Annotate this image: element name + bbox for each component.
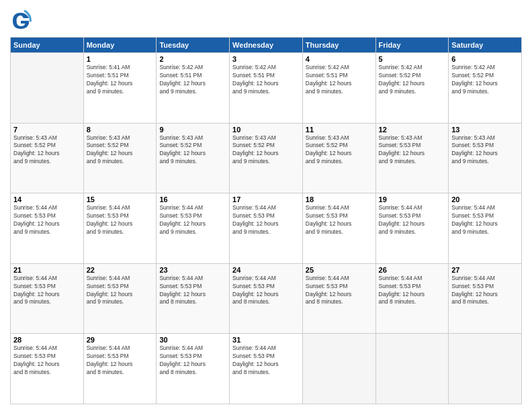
day-number: 23	[159, 266, 226, 274]
day-number: 10	[232, 126, 300, 134]
day-cell: 16Sunrise: 5:44 AM Sunset: 5:53 PM Dayli…	[157, 193, 230, 264]
day-number: 12	[379, 126, 446, 134]
day-number: 21	[13, 266, 81, 274]
day-info: Sunrise: 5:43 AM Sunset: 5:52 PM Dayligh…	[159, 134, 226, 167]
day-number: 6	[451, 55, 519, 63]
day-cell: 28Sunrise: 5:44 AM Sunset: 5:53 PM Dayli…	[11, 334, 84, 404]
day-number: 9	[159, 126, 226, 134]
day-number: 8	[87, 126, 154, 134]
day-info: Sunrise: 5:43 AM Sunset: 5:53 PM Dayligh…	[451, 134, 519, 167]
week-row-4: 21Sunrise: 5:44 AM Sunset: 5:53 PM Dayli…	[11, 263, 522, 334]
day-info: Sunrise: 5:44 AM Sunset: 5:53 PM Dayligh…	[87, 204, 154, 236]
header-cell-friday: Friday	[375, 38, 449, 53]
day-cell: 17Sunrise: 5:44 AM Sunset: 5:53 PM Dayli…	[230, 193, 303, 264]
day-cell	[375, 334, 449, 404]
day-number: 1	[87, 55, 154, 63]
day-cell: 10Sunrise: 5:43 AM Sunset: 5:52 PM Dayli…	[230, 123, 303, 193]
header	[10, 10, 522, 32]
day-cell: 12Sunrise: 5:43 AM Sunset: 5:53 PM Dayli…	[375, 123, 449, 193]
day-cell: 23Sunrise: 5:44 AM Sunset: 5:53 PM Dayli…	[157, 263, 230, 334]
day-info: Sunrise: 5:42 AM Sunset: 5:52 PM Dayligh…	[379, 64, 446, 96]
day-info: Sunrise: 5:44 AM Sunset: 5:53 PM Dayligh…	[13, 345, 81, 377]
day-info: Sunrise: 5:44 AM Sunset: 5:53 PM Dayligh…	[159, 275, 226, 307]
day-cell: 1Sunrise: 5:41 AM Sunset: 5:51 PM Daylig…	[83, 53, 157, 124]
day-info: Sunrise: 5:43 AM Sunset: 5:52 PM Dayligh…	[13, 134, 81, 167]
day-info: Sunrise: 5:44 AM Sunset: 5:53 PM Dayligh…	[379, 204, 446, 236]
day-info: Sunrise: 5:44 AM Sunset: 5:53 PM Dayligh…	[306, 204, 373, 236]
day-number: 30	[159, 336, 226, 344]
day-cell: 14Sunrise: 5:44 AM Sunset: 5:53 PM Dayli…	[11, 193, 84, 264]
day-number: 29	[87, 336, 154, 344]
day-info: Sunrise: 5:43 AM Sunset: 5:53 PM Dayligh…	[379, 134, 446, 167]
day-number: 19	[379, 195, 446, 203]
week-row-2: 7Sunrise: 5:43 AM Sunset: 5:52 PM Daylig…	[11, 123, 522, 193]
day-cell: 4Sunrise: 5:42 AM Sunset: 5:51 PM Daylig…	[302, 53, 375, 124]
day-cell	[302, 334, 375, 404]
week-row-1: 1Sunrise: 5:41 AM Sunset: 5:51 PM Daylig…	[11, 53, 522, 124]
day-number: 18	[306, 195, 373, 203]
header-cell-thursday: Thursday	[302, 38, 375, 53]
day-number: 17	[232, 195, 300, 203]
day-info: Sunrise: 5:42 AM Sunset: 5:51 PM Dayligh…	[159, 64, 226, 96]
day-info: Sunrise: 5:44 AM Sunset: 5:53 PM Dayligh…	[159, 345, 226, 377]
day-info: Sunrise: 5:43 AM Sunset: 5:52 PM Dayligh…	[306, 134, 373, 167]
day-number: 11	[306, 126, 373, 134]
day-info: Sunrise: 5:44 AM Sunset: 5:53 PM Dayligh…	[451, 275, 519, 307]
day-number: 22	[87, 266, 154, 274]
day-cell: 3Sunrise: 5:42 AM Sunset: 5:51 PM Daylig…	[230, 53, 303, 124]
day-number: 15	[87, 195, 154, 203]
day-info: Sunrise: 5:44 AM Sunset: 5:53 PM Dayligh…	[232, 204, 300, 236]
day-cell: 6Sunrise: 5:42 AM Sunset: 5:52 PM Daylig…	[449, 53, 522, 124]
day-number: 20	[451, 195, 519, 203]
day-cell: 29Sunrise: 5:44 AM Sunset: 5:53 PM Dayli…	[83, 334, 157, 404]
day-cell: 22Sunrise: 5:44 AM Sunset: 5:53 PM Dayli…	[83, 263, 157, 334]
day-cell: 9Sunrise: 5:43 AM Sunset: 5:52 PM Daylig…	[157, 123, 230, 193]
calendar-table: SundayMondayTuesdayWednesdayThursdayFrid…	[10, 37, 522, 404]
day-cell: 2Sunrise: 5:42 AM Sunset: 5:51 PM Daylig…	[157, 53, 230, 124]
day-cell	[11, 53, 84, 124]
day-cell: 11Sunrise: 5:43 AM Sunset: 5:52 PM Dayli…	[302, 123, 375, 193]
day-info: Sunrise: 5:44 AM Sunset: 5:53 PM Dayligh…	[451, 204, 519, 236]
header-cell-wednesday: Wednesday	[230, 38, 303, 53]
day-cell: 5Sunrise: 5:42 AM Sunset: 5:52 PM Daylig…	[375, 53, 449, 124]
day-info: Sunrise: 5:44 AM Sunset: 5:53 PM Dayligh…	[159, 204, 226, 236]
day-info: Sunrise: 5:44 AM Sunset: 5:53 PM Dayligh…	[87, 275, 154, 307]
day-cell: 19Sunrise: 5:44 AM Sunset: 5:53 PM Dayli…	[375, 193, 449, 264]
day-cell: 21Sunrise: 5:44 AM Sunset: 5:53 PM Dayli…	[11, 263, 84, 334]
general-blue-icon	[10, 10, 32, 32]
week-row-3: 14Sunrise: 5:44 AM Sunset: 5:53 PM Dayli…	[11, 193, 522, 264]
week-row-5: 28Sunrise: 5:44 AM Sunset: 5:53 PM Dayli…	[11, 334, 522, 404]
day-number: 13	[451, 126, 519, 134]
day-number: 28	[13, 336, 81, 344]
day-cell: 25Sunrise: 5:44 AM Sunset: 5:53 PM Dayli…	[302, 263, 375, 334]
day-info: Sunrise: 5:44 AM Sunset: 5:53 PM Dayligh…	[306, 275, 373, 307]
logo	[10, 10, 34, 32]
day-info: Sunrise: 5:42 AM Sunset: 5:52 PM Dayligh…	[451, 64, 519, 96]
day-cell: 24Sunrise: 5:44 AM Sunset: 5:53 PM Dayli…	[230, 263, 303, 334]
day-info: Sunrise: 5:44 AM Sunset: 5:53 PM Dayligh…	[13, 275, 81, 307]
day-number: 16	[159, 195, 226, 203]
day-cell: 15Sunrise: 5:44 AM Sunset: 5:53 PM Dayli…	[83, 193, 157, 264]
day-cell: 30Sunrise: 5:44 AM Sunset: 5:53 PM Dayli…	[157, 334, 230, 404]
day-cell: 8Sunrise: 5:43 AM Sunset: 5:52 PM Daylig…	[83, 123, 157, 193]
day-info: Sunrise: 5:44 AM Sunset: 5:53 PM Dayligh…	[232, 345, 300, 377]
day-number: 7	[13, 126, 81, 134]
day-info: Sunrise: 5:44 AM Sunset: 5:53 PM Dayligh…	[232, 275, 300, 307]
day-cell: 13Sunrise: 5:43 AM Sunset: 5:53 PM Dayli…	[449, 123, 522, 193]
day-cell: 18Sunrise: 5:44 AM Sunset: 5:53 PM Dayli…	[302, 193, 375, 264]
day-cell: 20Sunrise: 5:44 AM Sunset: 5:53 PM Dayli…	[449, 193, 522, 264]
day-number: 25	[306, 266, 373, 274]
day-number: 5	[379, 55, 446, 63]
day-number: 26	[379, 266, 446, 274]
day-number: 2	[159, 55, 226, 63]
header-cell-sunday: Sunday	[11, 38, 84, 53]
header-row: SundayMondayTuesdayWednesdayThursdayFrid…	[11, 38, 522, 53]
day-number: 14	[13, 195, 81, 203]
day-number: 3	[232, 55, 300, 63]
day-number: 24	[232, 266, 300, 274]
day-cell: 26Sunrise: 5:44 AM Sunset: 5:53 PM Dayli…	[375, 263, 449, 334]
day-number: 31	[232, 336, 300, 344]
day-cell	[449, 334, 522, 404]
day-cell: 7Sunrise: 5:43 AM Sunset: 5:52 PM Daylig…	[11, 123, 84, 193]
header-cell-saturday: Saturday	[449, 38, 522, 53]
